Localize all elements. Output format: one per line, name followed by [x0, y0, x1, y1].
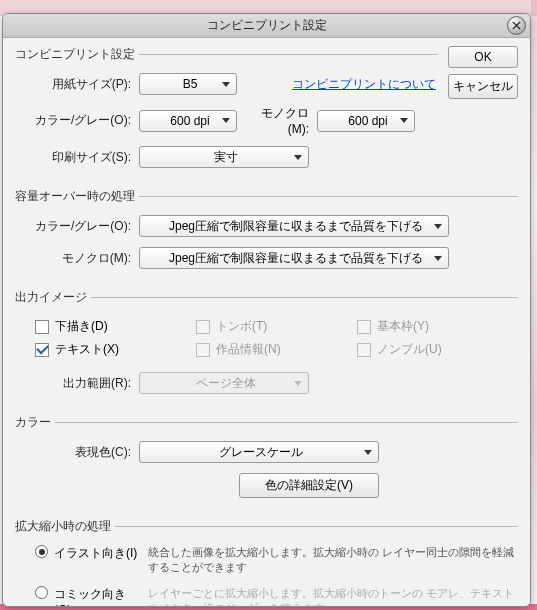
fieldset-scale: 拡大縮小時の処理 イラスト向き(I) 統合した画像を拡大縮小します。拡大縮小時の…: [15, 518, 518, 606]
color-gray-dpi-label: カラー/グレー(O):: [15, 112, 139, 129]
mono-dpi-value: 600 dpi: [348, 114, 387, 128]
draft-label: 下描き(D): [55, 318, 108, 335]
overflow-mono-label: モノクロ(M):: [15, 250, 139, 267]
chevron-down-icon: [222, 118, 230, 123]
print-size-label: 印刷サイズ(S):: [15, 149, 139, 166]
cancel-button[interactable]: キャンセル: [448, 74, 518, 99]
print-size-value: 実寸: [214, 149, 238, 166]
legend-color: カラー: [15, 414, 55, 431]
base-checkbox: [357, 320, 371, 334]
text-label: テキスト(X): [55, 341, 119, 358]
illust-radio[interactable]: [35, 545, 48, 558]
color-gray-dpi-select[interactable]: 600 dpi: [139, 110, 237, 132]
mono-dpi-select[interactable]: 600 dpi: [317, 110, 415, 132]
info-label: 作品情報(N): [216, 341, 281, 358]
expr-color-value: グレースケール: [219, 444, 303, 461]
dialog-window: コンビニプリント設定 OK キャンセル コンビニプリント設定 用紙サイズ(P):…: [2, 13, 531, 607]
titlebar: コンビニプリント設定: [3, 14, 530, 38]
text-checkbox[interactable]: [35, 343, 49, 357]
comic-radio[interactable]: [35, 586, 48, 599]
overflow-mono-value: Jpeg圧縮で制限容量に収まるまで品質を下げる: [169, 250, 423, 267]
legend-overflow: 容量オーバー時の処理: [15, 188, 139, 205]
legend-main: コンビニプリント設定: [15, 46, 139, 63]
nombre-label: ノンブル(U): [377, 341, 442, 358]
output-range-label: 出力範囲(R):: [15, 375, 139, 392]
tombo-checkbox: [196, 320, 210, 334]
overflow-color-value: Jpeg圧縮で制限容量に収まるまで品質を下げる: [169, 218, 423, 235]
chevron-down-icon: [400, 118, 408, 123]
ok-button[interactable]: OK: [448, 46, 518, 68]
print-size-select[interactable]: 実寸: [139, 146, 309, 168]
close-button[interactable]: [507, 16, 526, 35]
mono-dpi-label: モノクロ(M):: [257, 105, 317, 136]
color-gray-dpi-value: 600 dpi: [170, 114, 209, 128]
tombo-label: トンボ(T): [216, 318, 267, 335]
illust-desc: 統合した画像を拡大縮小します。拡大縮小時の レイヤー同士の隙間を軽減することがで…: [148, 545, 518, 576]
output-range-value: ページ全体: [196, 375, 256, 392]
fieldset-main: コンビニプリント設定 用紙サイズ(P): B5 コンビニプリントについて カラー…: [15, 46, 438, 178]
paper-size-value: B5: [183, 77, 198, 91]
paper-size-label: 用紙サイズ(P):: [15, 76, 139, 93]
dialog-title: コンビニプリント設定: [207, 17, 327, 34]
overflow-color-label: カラー/グレー(O):: [15, 218, 139, 235]
info-checkbox: [196, 343, 210, 357]
overflow-mono-select[interactable]: Jpeg圧縮で制限容量に収まるまで品質を下げる: [139, 247, 449, 269]
draft-checkbox[interactable]: [35, 320, 49, 334]
comic-label: コミック向き(O): [48, 586, 140, 606]
fieldset-overflow: 容量オーバー時の処理 カラー/グレー(O): Jpeg圧縮で制限容量に収まるまで…: [15, 188, 518, 279]
chevron-down-icon: [222, 82, 230, 87]
chevron-down-icon: [434, 256, 442, 261]
close-icon: [512, 21, 521, 30]
fieldset-color: カラー 表現色(C): グレースケール 色の詳細設定(V): [15, 414, 518, 508]
chevron-down-icon: [294, 155, 302, 160]
output-range-select: ページ全体: [139, 372, 309, 394]
nombre-checkbox: [357, 343, 371, 357]
chevron-down-icon: [294, 381, 302, 386]
about-link[interactable]: コンビニプリントについて: [292, 76, 436, 93]
chevron-down-icon: [434, 224, 442, 229]
paper-size-select[interactable]: B5: [139, 73, 237, 95]
legend-scale: 拡大縮小時の処理: [15, 518, 115, 535]
base-label: 基本枠(Y): [377, 318, 429, 335]
expr-color-label: 表現色(C):: [15, 444, 139, 461]
expr-color-select[interactable]: グレースケール: [139, 441, 379, 463]
legend-output: 出力イメージ: [15, 289, 91, 306]
fieldset-output: 出力イメージ 下描き(D) テキスト(X) トンボ(T): [15, 289, 518, 404]
comic-desc: レイヤーごとに拡大縮小します。拡大縮小時のトーンの モアレ、テキストやベクター線…: [148, 586, 518, 606]
chevron-down-icon: [364, 450, 372, 455]
color-detail-button[interactable]: 色の詳細設定(V): [239, 473, 379, 498]
overflow-color-select[interactable]: Jpeg圧縮で制限容量に収まるまで品質を下げる: [139, 215, 449, 237]
illust-label: イラスト向き(I): [48, 545, 140, 562]
